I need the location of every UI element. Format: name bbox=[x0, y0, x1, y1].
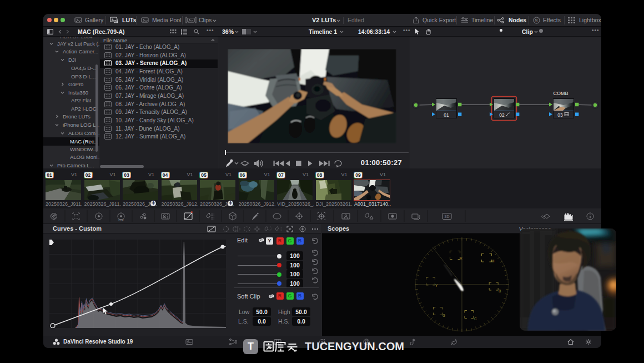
svg-text:C: C bbox=[474, 317, 477, 321]
svg-text:02: 02 bbox=[499, 112, 505, 118]
svg-text:03: 03 bbox=[557, 112, 563, 118]
svg-text:3D: 3D bbox=[445, 215, 450, 218]
svg-text:COMB: COMB bbox=[554, 91, 568, 96]
svg-text:G: G bbox=[442, 314, 445, 317]
svg-text:M: M bbox=[491, 259, 494, 263]
svg-text:B: B bbox=[499, 289, 501, 293]
svg-text:fx: fx bbox=[535, 18, 538, 22]
svg-text:R: R bbox=[460, 256, 462, 260]
svg-text:01: 01 bbox=[444, 112, 449, 118]
svg-text:Y: Y bbox=[435, 284, 438, 287]
svg-text:HDR: HDR bbox=[118, 219, 124, 222]
